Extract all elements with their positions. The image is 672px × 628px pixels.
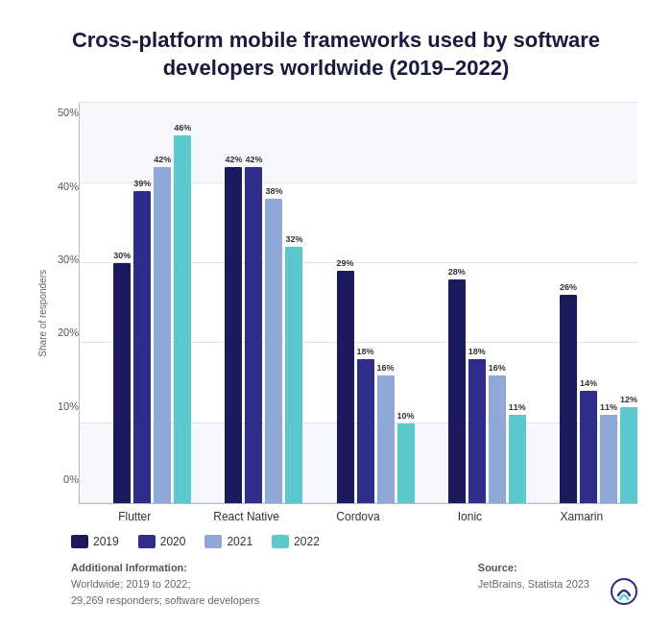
bar-value-label: 12% [620,395,637,404]
chart-inner: 30%39%42%46%42%42%38%32%29%18%16%10%28%1… [79,103,637,523]
bar-2020: 42% [245,167,262,503]
bar-2022: 32% [285,247,302,503]
bar-value-label: 30% [113,251,131,260]
chart-card: Cross-platform mobile frameworks used by… [0,0,672,628]
bar-value-label: 10% [397,411,415,421]
legend-color-2021 [204,535,222,548]
bar-wrap: 14% [580,103,597,503]
x-label-react-native: React Native [190,510,301,523]
bar-2020: 14% [580,391,597,503]
bar-2019: 30% [113,263,131,503]
legend-color-2020 [138,535,156,548]
legend-item-2022: 2022 [272,535,320,548]
bar-group-ionic: 28%18%16%11% [415,103,526,503]
y-tick: 0% [63,473,79,485]
bar-wrap: 16% [489,103,506,503]
bar-wrap: 18% [468,103,486,503]
bar-value-label: 26% [560,282,577,292]
y-tick: 50% [58,107,79,118]
bar-wrap: 26% [560,103,577,503]
bar-value-label: 11% [509,402,526,412]
footer-right-label: Source: [478,562,517,573]
bar-value-label: 46% [174,123,191,133]
bar-value-label: 16% [377,363,395,373]
legend-item-2021: 2021 [204,535,252,548]
bar-2022: 10% [397,423,415,503]
x-label-ionic: Ionic [414,510,525,523]
chart-title: Cross-platform mobile frameworks used by… [35,27,637,82]
x-axis-labels: FlutterReact NativeCordovaIonicXamarin [79,504,637,523]
legend-label-2020: 2020 [160,535,186,548]
legend-item-2020: 2020 [138,535,186,548]
x-label-cordova: Cordova [302,510,414,523]
footer: Additional Information: Worldwide; 2019 … [71,560,637,609]
bar-wrap: 12% [620,103,637,503]
bar-wrap: 18% [357,103,374,503]
bar-value-label: 16% [489,363,506,373]
bar-2020: 18% [468,359,486,503]
bar-wrap: 32% [285,103,302,503]
bar-value-label: 18% [357,347,374,356]
footer-left-label: Additional Information: [71,562,187,573]
bar-value-label: 38% [265,186,282,196]
legend: 2019202020212022 [71,535,637,548]
bar-2019: 26% [560,295,577,503]
bar-value-label: 32% [285,234,302,244]
bar-wrap: 42% [154,103,171,503]
bar-2020: 39% [133,191,151,503]
bar-group-xamarin: 26%14%11%12% [526,103,637,503]
bar-wrap: 30% [113,103,131,503]
logo [611,578,637,609]
bar-value-label: 28% [448,267,466,277]
bar-2019: 29% [337,271,354,503]
footer-left-lines: Worldwide; 2019 to 2022;29,269 responder… [71,578,259,606]
bar-wrap: 11% [600,103,617,503]
bar-2022: 11% [509,415,526,503]
bar-2021: 16% [489,375,506,503]
legend-label-2019: 2019 [93,535,119,548]
legend-label-2022: 2022 [294,535,320,548]
bar-value-label: 42% [154,155,171,164]
bar-wrap: 29% [337,103,354,503]
bar-group-cordova: 29%18%16%10% [302,103,414,503]
bar-2020: 18% [357,359,374,503]
y-tick: 10% [58,400,79,412]
bar-wrap: 28% [448,103,466,503]
bar-wrap: 11% [509,103,526,503]
bar-2021: 38% [265,199,282,503]
y-axis: 50%40%30%20%10%0% [50,103,79,523]
bar-value-label: 39% [133,179,151,188]
bar-value-label: 11% [600,402,617,412]
bar-wrap: 10% [397,103,415,503]
bar-2021: 16% [377,375,395,503]
legend-label-2021: 2021 [227,535,252,548]
bar-wrap: 16% [377,103,395,503]
bar-value-label: 42% [245,155,262,164]
footer-left: Additional Information: Worldwide; 2019 … [71,560,259,609]
x-label-flutter: Flutter [79,510,190,523]
footer-right: Source: JetBrains, Statista 2023 [478,560,589,609]
bar-group-flutter: 30%39%42%46% [80,103,191,503]
bar-wrap: 39% [133,103,151,503]
bar-wrap: 46% [174,103,191,503]
bar-value-label: 42% [225,155,242,164]
y-axis-title: Share of responders [37,270,48,357]
x-label-xamarin: Xamarin [526,510,637,523]
legend-item-2019: 2019 [71,535,119,548]
bar-2022: 46% [174,135,191,503]
bar-2019: 28% [448,279,466,503]
bar-wrap: 38% [265,103,282,503]
bar-value-label: 29% [337,258,354,268]
footer-right-lines: JetBrains, Statista 2023 [478,578,589,590]
bar-group-react-native: 42%42%38%32% [191,103,302,503]
y-tick: 20% [58,326,79,338]
bar-2021: 42% [154,167,171,503]
bar-value-label: 14% [580,378,597,388]
bar-2022: 12% [620,407,637,503]
bar-2019: 42% [225,167,242,503]
y-tick: 40% [58,181,79,192]
grid-band [80,0,637,23]
legend-color-2022 [272,535,289,548]
bars-container: 30%39%42%46%42%42%38%32%29%18%16%10%28%1… [79,103,637,504]
y-tick: 30% [58,254,79,265]
